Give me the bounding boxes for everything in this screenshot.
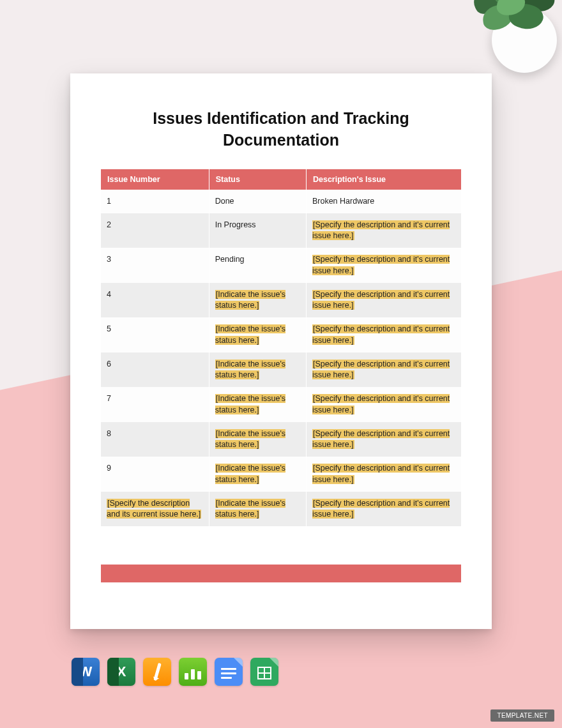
decorative-plant: [460, 0, 562, 83]
placeholder-highlight: [Specify the description and it's curren…: [312, 324, 450, 344]
google-sheets-icon: [250, 658, 278, 686]
cell-description: [Specify the description and it's curren…: [306, 283, 461, 318]
table-header-row: Issue Number Status Description's Issue: [101, 169, 461, 190]
table-row: 1DoneBroken Hardware: [101, 190, 461, 213]
word-icon: W: [72, 658, 100, 686]
cell-issue-number: 2: [101, 213, 209, 248]
placeholder-highlight: [Indicate the issue's status here.]: [215, 394, 285, 414]
placeholder-highlight: [Specify the description and it's curren…: [312, 429, 450, 449]
cell-issue-number: 3: [101, 248, 209, 283]
placeholder-highlight: [Specify the description and it's curren…: [312, 464, 450, 483]
cell-issue-number: 7: [101, 387, 209, 422]
table-row: 3Pending[Specify the description and it'…: [101, 248, 461, 283]
table-row: 6[Indicate the issue's status here.][Spe…: [101, 353, 461, 388]
placeholder-highlight: [Indicate the issue's status here.]: [215, 290, 285, 310]
cell-status: In Progress: [209, 213, 306, 248]
google-docs-icon: [215, 658, 243, 686]
placeholder-highlight: [Indicate the issue's status here.]: [215, 360, 285, 379]
cell-issue-number: [Specify the description and its current…: [101, 492, 209, 527]
apple-pages-icon: [143, 658, 171, 686]
placeholder-highlight: [Specify the description and it's curren…: [312, 360, 450, 379]
placeholder-highlight: [Indicate the issue's status here.]: [215, 429, 285, 449]
header-description: Description's Issue: [306, 169, 461, 190]
placeholder-highlight: [Specify the description and it's curren…: [312, 255, 450, 275]
placeholder-highlight: [Specify the description and it's curren…: [312, 290, 450, 310]
placeholder-highlight: [Indicate the issue's status here.]: [215, 324, 285, 344]
cell-description: [Specify the description and it's curren…: [306, 457, 461, 492]
table-row: 9[Indicate the issue's status here.][Spe…: [101, 457, 461, 492]
cell-status: [Indicate the issue's status here.]: [209, 387, 306, 422]
cell-status: [Indicate the issue's status here.]: [209, 283, 306, 318]
placeholder-highlight: [Indicate the issue's status here.]: [215, 464, 285, 483]
cell-status: Pending: [209, 248, 306, 283]
table-row: 2In Progress[Specify the description and…: [101, 213, 461, 248]
cell-status: [Indicate the issue's status here.]: [209, 353, 306, 388]
watermark-badge: TEMPLATE.NET: [490, 709, 554, 722]
placeholder-highlight: [Specify the description and its current…: [107, 499, 201, 519]
table-row: 5[Indicate the issue's status here.][Spe…: [101, 317, 461, 353]
cell-issue-number: 5: [101, 317, 209, 353]
table-row: [Specify the description and its current…: [101, 492, 461, 527]
placeholder-highlight: [Specify the description and it's curren…: [312, 220, 450, 240]
format-icons-row: W X: [72, 658, 278, 686]
cell-status: [Indicate the issue's status here.]: [209, 317, 306, 353]
cell-description: [Specify the description and it's curren…: [306, 213, 461, 248]
cell-description: Broken Hardware: [306, 190, 461, 213]
apple-numbers-icon: [179, 658, 207, 686]
issues-table: Issue Number Status Description's Issue …: [101, 169, 461, 527]
cell-issue-number: 4: [101, 283, 209, 318]
cell-description: [Specify the description and it's curren…: [306, 317, 461, 353]
cell-description: [Specify the description and it's curren…: [306, 353, 461, 388]
table-row: 8[Indicate the issue's status here.][Spe…: [101, 422, 461, 457]
cell-status: [Indicate the issue's status here.]: [209, 422, 306, 457]
cell-issue-number: 6: [101, 353, 209, 388]
placeholder-highlight: [Specify the description and it's curren…: [312, 394, 450, 414]
table-row: 4[Indicate the issue's status here.][Spe…: [101, 283, 461, 318]
cell-description: [Specify the description and it's curren…: [306, 387, 461, 422]
cell-status: Done: [209, 190, 306, 213]
placeholder-highlight: [Indicate the issue's status here.]: [215, 499, 285, 519]
cell-issue-number: 9: [101, 457, 209, 492]
cell-description: [Specify the description and it's curren…: [306, 492, 461, 527]
cell-status: [Indicate the issue's status here.]: [209, 457, 306, 492]
cell-issue-number: 1: [101, 190, 209, 213]
header-status: Status: [209, 169, 306, 190]
cell-status: [Indicate the issue's status here.]: [209, 492, 306, 527]
document-page: Issues Identification and Tracking Docum…: [70, 73, 492, 629]
excel-icon: X: [107, 658, 135, 686]
cell-description: [Specify the description and it's curren…: [306, 248, 461, 283]
document-title: Issues Identification and Tracking Docum…: [101, 108, 461, 151]
footer-accent-bar: [101, 565, 461, 582]
cell-description: [Specify the description and it's curren…: [306, 422, 461, 457]
placeholder-highlight: [Specify the description and it's curren…: [312, 499, 450, 519]
cell-issue-number: 8: [101, 422, 209, 457]
table-row: 7[Indicate the issue's status here.][Spe…: [101, 387, 461, 422]
header-issue-number: Issue Number: [101, 169, 209, 190]
